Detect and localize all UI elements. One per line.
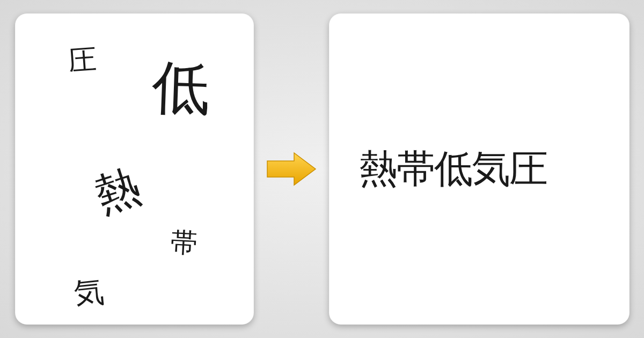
right-arrow-icon <box>265 150 318 188</box>
scattered-char-netsu: 熱 <box>90 163 145 218</box>
scattered-char-tei: 低 <box>151 58 211 118</box>
svg-marker-0 <box>267 153 316 185</box>
result-word: 熱帯低気圧 <box>359 143 547 195</box>
scattered-char-tai: 帯 <box>170 229 198 257</box>
answer-card: 熱帯低気圧 <box>329 13 630 325</box>
scrambled-card: 圧 低 熱 帯 気 <box>15 13 254 325</box>
scattered-char-atsu: 圧 <box>68 45 98 75</box>
scattered-char-ki: 気 <box>72 276 106 309</box>
